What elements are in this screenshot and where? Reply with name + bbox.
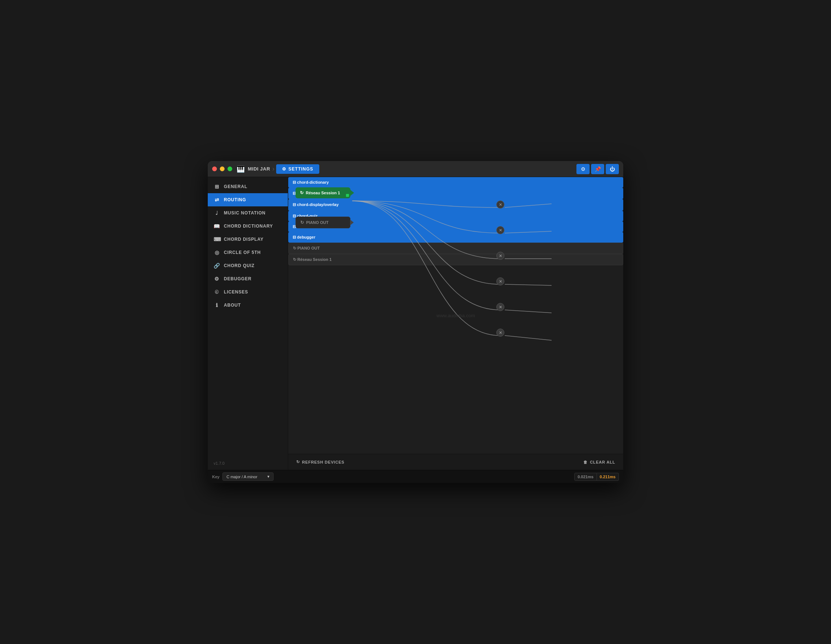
- close-button[interactable]: [212, 166, 217, 171]
- gear-button[interactable]: ⚙: [576, 164, 590, 174]
- cross-node-5[interactable]: ✕: [496, 303, 505, 311]
- settings-tab-label: SETTINGS: [288, 166, 314, 172]
- sidebar-item-label: ROUTING: [224, 197, 246, 202]
- sidebar-item-label: CIRCLE OF 5TH: [224, 250, 261, 255]
- settings-tab[interactable]: ⚙ SETTINGS: [276, 164, 319, 174]
- sidebar-item-label: MUSIC NOTATION: [224, 210, 266, 215]
- quiz-icon: 🔗: [213, 263, 220, 269]
- chord-dict-dest-label: chord-dictionary: [297, 180, 329, 185]
- refresh-icon: ↻: [296, 459, 300, 464]
- music-icon: ♩: [213, 210, 220, 216]
- piano-icon: 🎹: [237, 165, 245, 173]
- sidebar-item-label: CHORD DICTIONARY: [224, 223, 273, 229]
- refresh-label: REFRESH DEVICES: [302, 460, 345, 464]
- sidebar-item-general[interactable]: ⊞ GENERAL: [208, 180, 288, 193]
- key-value: C major / A minor: [226, 475, 257, 479]
- chord-display-ov-icon: ⊟: [293, 202, 297, 207]
- key-select-dropdown[interactable]: C major / A minor ▾: [222, 472, 274, 481]
- maximize-button[interactable]: [228, 166, 232, 171]
- sidebar-item-label: CHORD QUIZ: [224, 263, 255, 268]
- metric-2: 0.211ms: [597, 473, 619, 481]
- about-icon: ℹ: [213, 302, 220, 308]
- watermark: www.audioba.com: [436, 313, 475, 318]
- routing-canvas: ↻ Réseau Session 1 ↻ PIANO OUT ✕ ✕ ✕ ✕ ✕…: [288, 177, 623, 454]
- minimize-button[interactable]: [220, 166, 224, 171]
- window-controls: [212, 166, 232, 171]
- chord-dict-icon: 📖: [213, 223, 220, 229]
- sidebar-item-label: ABOUT: [224, 303, 241, 308]
- title-bar: 🎹 MIDI JAR › ⚙ SETTINGS ⚙ 📌 ⏻: [208, 161, 623, 177]
- clear-label: CLEAR ALL: [590, 460, 615, 464]
- sidebar-item-chord-display[interactable]: ⌨ CHORD DISPLAY: [208, 233, 288, 246]
- routing-icon: ⇄: [213, 197, 220, 203]
- clear-all-button[interactable]: 🗑 CLEAR ALL: [580, 458, 619, 467]
- metric-1: 0.021ms: [574, 473, 597, 481]
- source-node-reseau[interactable]: ↻ Réseau Session 1: [296, 187, 350, 198]
- sidebar-item-routing[interactable]: ⇄ ROUTING: [208, 193, 288, 206]
- piano-out-node-label: PIANO OUT: [306, 220, 328, 225]
- chevron-down-icon: ▾: [267, 474, 269, 479]
- reseau-dest-icon: ↻: [293, 257, 298, 261]
- title-bar-right: ⚙ 📌 ⏻: [576, 164, 619, 174]
- settings-gear-icon: ⚙: [282, 166, 287, 172]
- dest-node-chord-dictionary[interactable]: ⊟ chord-dictionary: [288, 177, 623, 188]
- sidebar-item-about[interactable]: ℹ ABOUT: [208, 298, 288, 312]
- trash-icon: 🗑: [583, 460, 588, 464]
- reseau-dest-label: Réseau Session 1: [298, 257, 332, 261]
- version-label: v1.7.0: [208, 457, 288, 470]
- reseau-icon: ↻: [300, 190, 304, 195]
- cross-node-6[interactable]: ✕: [496, 328, 505, 336]
- cross-node-1[interactable]: ✕: [496, 201, 505, 209]
- pin-button[interactable]: 📌: [591, 164, 604, 174]
- debugger-dest-icon: ⊟: [293, 235, 297, 239]
- sidebar-item-label: CHORD DISPLAY: [224, 237, 264, 242]
- sidebar-item-label: GENERAL: [224, 184, 247, 189]
- dest-node-reseau-dest[interactable]: ↻ Réseau Session 1: [288, 254, 623, 265]
- reseau-node-label: Réseau Session 1: [306, 191, 340, 195]
- sidebar-item-label: DEBUGGER: [224, 276, 252, 281]
- tab-divider: ›: [272, 165, 275, 173]
- sidebar-item-chord-quiz[interactable]: 🔗 CHORD QUIZ: [208, 259, 288, 272]
- app-window: 🎹 MIDI JAR › ⚙ SETTINGS ⚙ 📌 ⏻ ⊞ GENERAL …: [208, 161, 623, 483]
- cross-node-3[interactable]: ✕: [496, 252, 505, 260]
- piano-out-dest-label: PIANO OUT: [298, 246, 320, 250]
- cross-node-4[interactable]: ✕: [496, 277, 505, 285]
- app-brand: 🎹 MIDI JAR: [237, 165, 270, 173]
- key-label: Key: [212, 475, 220, 479]
- cross-node-2[interactable]: ✕: [496, 226, 505, 234]
- source-node-piano[interactable]: ↻ PIANO OUT: [296, 217, 350, 228]
- sidebar-item-music-notation[interactable]: ♩ MUSIC NOTATION: [208, 206, 288, 220]
- piano-node-arrow: [350, 220, 354, 225]
- dest-node-chord-display-overlay[interactable]: ⊟ chord-display/overlay: [288, 199, 623, 210]
- status-bar: Key C major / A minor ▾ 0.021ms 0.211ms: [208, 470, 623, 483]
- piano-out-dest-icon: ↻: [293, 246, 298, 250]
- canvas-area: ↻ Réseau Session 1 ↻ PIANO OUT ✕ ✕ ✕ ✕ ✕…: [288, 177, 623, 470]
- performance-metrics: 0.021ms 0.211ms: [574, 473, 619, 481]
- dest-node-debugger[interactable]: ⊟ debugger: [288, 232, 623, 242]
- sidebar-item-debugger[interactable]: ⚙ DEBUGGER: [208, 272, 288, 285]
- sidebar-item-chord-dictionary[interactable]: 📖 CHORD DICTIONARY: [208, 220, 288, 233]
- licenses-icon: ©: [213, 289, 220, 295]
- piano-out-icon: ↻: [300, 220, 304, 225]
- chord-display-ov-label: chord-display/overlay: [297, 202, 339, 207]
- chord-dict-dest-icon: ⊟: [293, 180, 297, 185]
- power-button[interactable]: ⏻: [606, 164, 619, 174]
- general-icon: ⊞: [213, 184, 220, 190]
- dest-node-piano-out[interactable]: ↻ PIANO OUT: [288, 242, 623, 254]
- node-status-indicator: [346, 194, 349, 197]
- sidebar-nav: ⊞ GENERAL ⇄ ROUTING ♩ MUSIC NOTATION 📖 C…: [208, 177, 288, 457]
- app-title: MIDI JAR: [248, 166, 270, 172]
- debugger-icon: ⚙: [213, 276, 220, 282]
- refresh-devices-button[interactable]: ↻ REFRESH DEVICES: [293, 457, 348, 467]
- main-layout: ⊞ GENERAL ⇄ ROUTING ♩ MUSIC NOTATION 📖 C…: [208, 177, 623, 470]
- bottom-bar: ↻ REFRESH DEVICES 🗑 CLEAR ALL: [288, 454, 623, 470]
- sidebar: ⊞ GENERAL ⇄ ROUTING ♩ MUSIC NOTATION 📖 C…: [208, 177, 288, 470]
- chord-display-icon: ⌨: [213, 236, 220, 242]
- node-arrow: [350, 190, 354, 196]
- circle-icon: ◎: [213, 250, 220, 255]
- debugger-dest-label: debugger: [297, 235, 315, 239]
- sidebar-item-label: LICENSES: [224, 289, 248, 295]
- sidebar-item-circle-of-5th[interactable]: ◎ CIRCLE OF 5TH: [208, 246, 288, 259]
- sidebar-item-licenses[interactable]: © LICENSES: [208, 285, 288, 298]
